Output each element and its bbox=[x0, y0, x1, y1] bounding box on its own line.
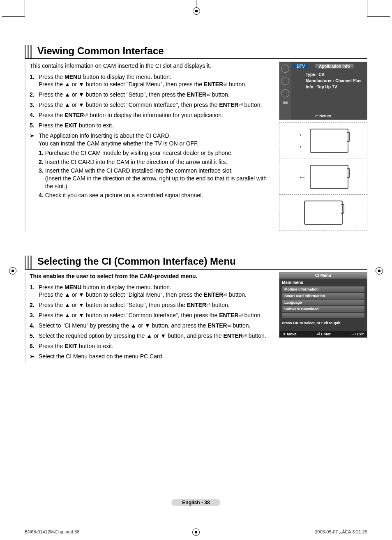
crop-mark bbox=[25, 0, 25, 16]
section-header: Viewing Common Interface bbox=[25, 45, 367, 59]
ci-menu-title: CI Menu bbox=[279, 272, 367, 279]
substep-text: Insert the CAM with the CI CARD installe… bbox=[45, 167, 274, 190]
doc-timestamp: 2008-05-07 ¿ÀÈÄ 3:21:29 bbox=[315, 529, 367, 534]
section-intro: This contains information on CAM inserte… bbox=[30, 62, 274, 70]
ci-menu-exit: →• Exit bbox=[351, 332, 364, 336]
substep-number: 2. bbox=[39, 158, 44, 166]
step-text: Press the MENU button to display the men… bbox=[39, 284, 274, 299]
registration-mark-top bbox=[196, 0, 196, 7]
ci-menu-item: Software Download bbox=[282, 306, 364, 312]
down-icon bbox=[283, 102, 288, 104]
page-number-label: English - 38 bbox=[171, 499, 220, 506]
step-number: 5. bbox=[30, 332, 39, 340]
step-text: Press the EXIT button to exit. bbox=[39, 342, 274, 350]
app-type: Type : CA bbox=[306, 72, 364, 77]
tv-outline-icon bbox=[310, 129, 348, 153]
step-text: Select to "CI Menu" by pressing the ▲ or… bbox=[39, 322, 274, 330]
ci-menu-move: ✦ Move bbox=[283, 332, 297, 336]
ci-menu-screenshot: CI Menu Main menu Module informationSmar… bbox=[279, 272, 367, 338]
note-text: Select the CI Menu based on the menu PC … bbox=[39, 353, 274, 360]
substep-text: Check if you can see a picture on a scra… bbox=[45, 192, 274, 199]
step-text: Select the required option by pressing t… bbox=[39, 332, 274, 340]
section-title: Viewing Common Interface bbox=[37, 45, 164, 58]
step-text: Press the ▲ or ▼ button to select "Commo… bbox=[39, 101, 274, 109]
step-number: 4. bbox=[30, 322, 39, 330]
section-title: Selecting the CI (Common Interface) Menu bbox=[37, 256, 236, 269]
arrow-left-icon: ← bbox=[298, 142, 307, 151]
section-header: Selecting the CI (Common Interface) Menu bbox=[25, 256, 367, 270]
dtv-badge: DTV bbox=[293, 64, 308, 69]
step-text: Press the ▲ or ▼ button to select "Setup… bbox=[39, 301, 274, 309]
globe-icon bbox=[281, 65, 289, 73]
substep-number: 1. bbox=[39, 149, 44, 157]
crop-mark bbox=[367, 16, 390, 17]
ci-menu-item: Module information bbox=[282, 286, 364, 292]
arrow-left-icon: ← bbox=[298, 130, 307, 139]
application-info-screenshot: DTV Application Info Type : CA Manufactu… bbox=[279, 62, 367, 120]
step-number: 2. bbox=[30, 91, 39, 99]
section-intro: This enables the user to select from the… bbox=[30, 273, 274, 280]
header-bars-icon bbox=[25, 256, 33, 269]
step-number: 3. bbox=[30, 312, 39, 319]
note-arrow-icon: ➣ bbox=[30, 132, 39, 201]
step-number: 5. bbox=[30, 122, 39, 129]
tv-outline-icon bbox=[310, 165, 348, 189]
drop-icon bbox=[281, 77, 289, 85]
ci-menu-enter: ⏎ Enter bbox=[317, 332, 331, 336]
step-number: 4. bbox=[30, 111, 39, 119]
return-label: ↩ Return bbox=[315, 114, 332, 118]
app-mfr: Manufacturer : Channel Plus bbox=[306, 78, 364, 83]
step-text: Press the EXIT button to exit. bbox=[39, 122, 274, 129]
crop-mark bbox=[367, 0, 367, 16]
tv-outline-icon bbox=[304, 201, 343, 225]
doc-filename: BN68-01412M-Eng.indd 38 bbox=[25, 529, 79, 534]
crop-mark bbox=[2, 16, 25, 17]
gear-icon bbox=[281, 89, 289, 97]
step-text: Press the ENTER⏎ button to display the i… bbox=[39, 111, 274, 119]
ci-menu-blank bbox=[282, 313, 364, 318]
app-info-title: Application Info bbox=[315, 64, 354, 69]
substep-text: Insert the CI CARD into the CAM in the d… bbox=[45, 158, 274, 166]
ci-menu-help: Press OK to select, or Exit to quit bbox=[279, 319, 367, 327]
arrow-left-icon: ← bbox=[298, 172, 307, 182]
step-text: Press the ▲ or ▼ button to select "Setup… bbox=[39, 91, 274, 99]
step-number: 1. bbox=[30, 73, 39, 89]
step-text: Press the MENU button to display the men… bbox=[39, 73, 274, 89]
step-text: Press the ▲ or ▼ button to select "Commo… bbox=[39, 312, 274, 319]
step-number: 2. bbox=[30, 301, 39, 309]
substep-number: 3. bbox=[39, 167, 44, 190]
ci-card-diagram: ← ← ← bbox=[279, 122, 367, 231]
app-info-line: Info : Top Up TV bbox=[306, 85, 364, 89]
substep-number: 4. bbox=[39, 192, 44, 199]
ci-menu-main: Main menu bbox=[279, 279, 367, 286]
step-number: 3. bbox=[30, 101, 39, 109]
step-number: 6. bbox=[30, 342, 39, 350]
ci-menu-item: Smart card information bbox=[282, 293, 364, 299]
step-number: 1. bbox=[30, 284, 39, 299]
header-bars-icon bbox=[25, 45, 33, 58]
registration-mark-right bbox=[376, 267, 383, 275]
substep-text: Purchase the CI CAM module by visiting y… bbox=[45, 149, 274, 157]
note-arrow-icon: ➣ bbox=[30, 353, 39, 360]
note-text: The Application Info inserting is about … bbox=[39, 132, 274, 201]
registration-mark-left bbox=[9, 267, 16, 275]
ci-menu-item: Language bbox=[282, 300, 364, 305]
